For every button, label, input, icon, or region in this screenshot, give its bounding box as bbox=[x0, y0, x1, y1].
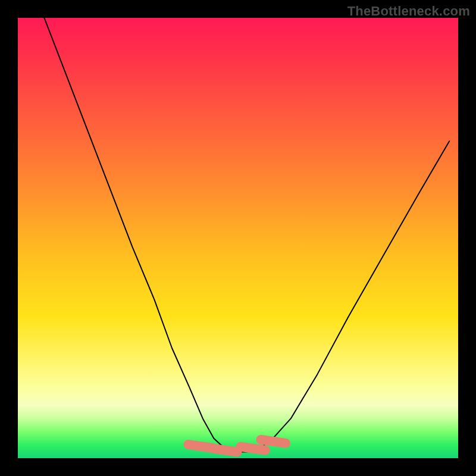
highlight-segment bbox=[261, 440, 286, 443]
flat-region-highlight bbox=[188, 440, 286, 452]
curve-svg bbox=[18, 18, 458, 458]
watermark-text: TheBottleneck.com bbox=[347, 4, 470, 19]
highlight-segment bbox=[212, 449, 237, 452]
bottleneck-curve bbox=[44, 18, 449, 452]
plot-area bbox=[18, 18, 458, 458]
highlight-segment bbox=[240, 447, 265, 450]
chart-frame: TheBottleneck.com bbox=[0, 0, 476, 476]
